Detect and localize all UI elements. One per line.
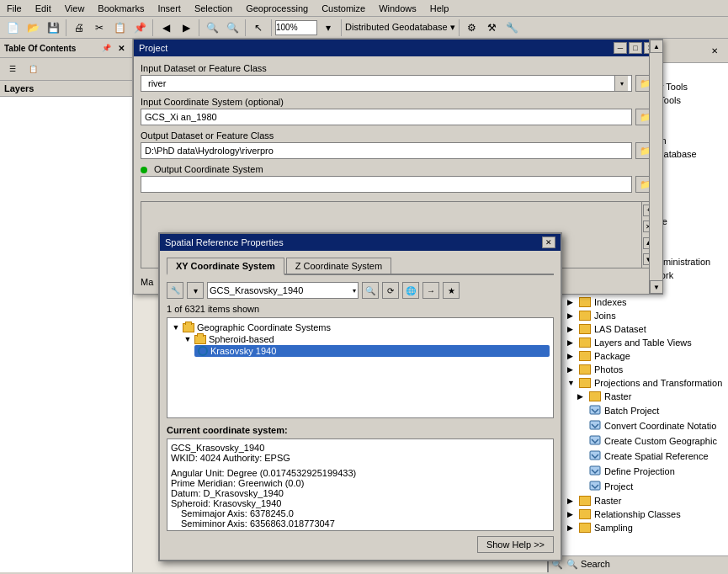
print-btn[interactable]: 🖨 [70, 19, 88, 37]
open-btn[interactable]: 📂 [24, 19, 42, 37]
menu-file[interactable]: File [3, 3, 25, 14]
define-projection-label: Define Projection [604, 466, 675, 476]
copy-btn[interactable]: 📋 [110, 19, 129, 37]
input-dataset-label: Input Dataset or Feature Class [141, 63, 656, 73]
menu-edit[interactable]: Edit [32, 3, 55, 14]
new-btn[interactable]: 📄 [3, 19, 22, 37]
menu-geoprocessing[interactable]: Geoprocessing [242, 3, 311, 14]
distributed-gdb-label: Distributed Geodatabase ▾ [345, 22, 455, 33]
item-raster-data[interactable]: ▶ Raster [550, 494, 726, 508]
item-project-tool[interactable]: Project [550, 479, 726, 494]
menu-bookmarks[interactable]: Bookmarks [94, 3, 147, 14]
tools-btn2[interactable]: ⚒ [483, 19, 502, 37]
tab-z[interactable]: Z Coordinate System [286, 258, 391, 274]
output-coord-row: Output Coordinate System [141, 164, 656, 176]
arctoolbox-search-label[interactable]: 🔍 Search [566, 559, 610, 570]
output-coord-input[interactable] [141, 176, 632, 193]
menu-customize[interactable]: Customize [318, 3, 369, 14]
zoom-in-btn[interactable]: 🔍 [203, 19, 221, 37]
spatial-bottom-row: Show Help >> [167, 536, 554, 553]
forward-btn[interactable]: ▶ [177, 19, 195, 37]
scroll-up-btn[interactable]: ▲ [650, 40, 663, 53]
tab-xy[interactable]: XY Coordinate System [167, 258, 284, 275]
tools-btn3[interactable]: 🔧 [503, 19, 522, 37]
tree-child1-1-icon [198, 346, 208, 356]
tree-root[interactable]: ▼ Geographic Coordinate Systems [171, 322, 550, 333]
package-label: Package [594, 351, 630, 361]
spatial-search-btn[interactable]: 🔍 [362, 282, 379, 299]
item-las-dataset[interactable]: ▶ LAS Dataset [550, 322, 726, 336]
zoom-dropdown[interactable]: ▾ [319, 19, 337, 37]
las-dataset-label: LAS Dataset [594, 324, 646, 334]
item-raster-proj[interactable]: ▶ Raster [550, 390, 726, 403]
tree-child1-expander[interactable]: ▼ [183, 334, 193, 344]
photos-icon [579, 364, 591, 375]
spatial-arrow-btn[interactable]: → [422, 282, 439, 299]
tree-child1-1-row: Krasovsky 1940 [194, 345, 550, 357]
menu-help[interactable]: Help [427, 3, 453, 14]
toc-pin-btn[interactable]: 📌 [99, 41, 113, 55]
item-create-custom-geo[interactable]: Create Custom Geographic [550, 433, 726, 449]
output-dataset-value[interactable]: D:\PhD data\Hydrology\riverpro [141, 142, 632, 159]
coord-line-8: Semiminor Axis: 6356863.018773047 [181, 518, 550, 529]
coord-line-4: Prime Meridian: Greenwich (0.0) [171, 478, 550, 488]
menu-view[interactable]: View [61, 3, 88, 14]
paste-btn[interactable]: 📌 [130, 19, 149, 37]
dialog-maximize-btn[interactable]: □ [629, 42, 642, 54]
item-convert-coord[interactable]: Convert Coordinate Notatio [550, 418, 726, 433]
item-package[interactable]: ▶ Package [550, 349, 726, 363]
project-tool-icon [589, 481, 601, 492]
spatial-star-btn[interactable]: ★ [443, 282, 460, 299]
output-coord-input-row: 📁 [141, 176, 656, 193]
project-dialog-titlebar: Project ─ □ ✕ [134, 40, 662, 56]
toc-close-btn[interactable]: ✕ [114, 41, 128, 55]
tree-child1[interactable]: ▼ Spheroid-based [183, 333, 550, 345]
coord-line-3: Angular Unit: Degree (0.0174532925199433… [171, 468, 550, 478]
item-sampling[interactable]: ▶ Sampling [550, 521, 726, 534]
zoom-out-btn[interactable]: 🔍 [223, 19, 242, 37]
item-joins[interactable]: ▶ Joins [550, 309, 726, 322]
item-create-spatial-ref[interactable]: Create Spatial Reference [550, 449, 726, 464]
item-batch-project[interactable]: Batch Project [550, 403, 726, 418]
item-define-projection[interactable]: Define Projection [550, 464, 726, 479]
toc-list-btn[interactable]: ☰ [3, 60, 22, 78]
input-dataset-arrow[interactable]: ▾ [614, 76, 628, 91]
spatial-tool-btn[interactable]: 🔧 [167, 282, 183, 299]
menu-windows[interactable]: Windows [375, 3, 420, 14]
spatial-globe-btn[interactable]: 🌐 [402, 282, 419, 299]
spatial-clear-btn[interactable]: ⟳ [382, 282, 399, 299]
spatial-dropdown-btn[interactable]: ▾ [187, 282, 204, 299]
zoom-input[interactable] [275, 20, 317, 35]
show-help-btn[interactable]: Show Help >> [477, 536, 554, 553]
sep3 [199, 19, 199, 36]
spatial-close-btn[interactable]: ✕ [542, 237, 555, 248]
scroll-down-btn[interactable]: ▼ [650, 280, 663, 294]
crs-combo[interactable]: GCS_Krasovsky_1940 ▾ [207, 282, 359, 299]
output-dataset-section: Output Dataset or Feature Class D:\PhD d… [141, 130, 656, 159]
cut-btn[interactable]: ✂ [90, 19, 109, 37]
toc-source-btn[interactable]: 📋 [24, 60, 42, 78]
input-dataset-combo[interactable]: river ▾ [141, 75, 632, 92]
arctoolbox-close-btn[interactable]: ✕ [705, 41, 724, 60]
dialog-minimize-btn[interactable]: ─ [614, 42, 627, 54]
indexes-icon [579, 297, 591, 307]
sep7 [459, 19, 460, 36]
tools-btn1[interactable]: ⚙ [463, 19, 481, 37]
input-coord-label: Input Coordinate System (optional) [141, 97, 656, 107]
item-photos[interactable]: ▶ Photos [550, 363, 726, 376]
menu-insert[interactable]: Insert [154, 3, 184, 14]
tree-root-expander[interactable]: ▼ [171, 322, 181, 332]
coordinate-tree[interactable]: ▼ Geographic Coordinate Systems ▼ Sphero… [167, 317, 554, 418]
input-coord-value[interactable]: GCS_Xi an_1980 [141, 109, 632, 125]
back-btn[interactable]: ◀ [157, 19, 175, 37]
input-coord-row: GCS_Xi an_1980 📁 [141, 109, 656, 125]
map-label: Ma [141, 277, 153, 287]
tree-child1-1[interactable]: Krasovsky 1940 [194, 345, 550, 357]
arrow-tool[interactable]: ↖ [249, 19, 268, 37]
item-layers-table[interactable]: ▶ Layers and Table Views [550, 336, 726, 349]
item-relationship-classes[interactable]: ▶ Relationship Classes [550, 508, 726, 521]
menu-selection[interactable]: Selection [191, 3, 236, 14]
save-btn[interactable]: 💾 [44, 19, 62, 37]
item-indexes[interactable]: ▶ Indexes [550, 295, 726, 309]
item-projections[interactable]: ▼ Projections and Transformation [550, 376, 726, 390]
